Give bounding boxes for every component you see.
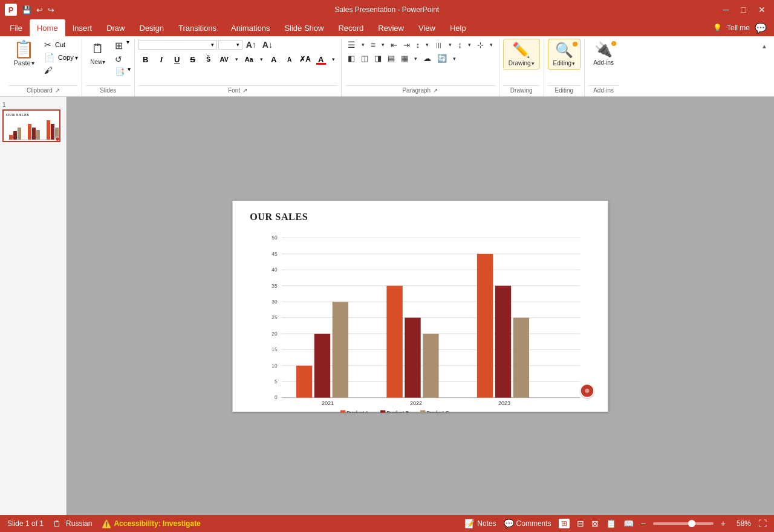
slide-layout-dropdown[interactable]: ▾ [126, 39, 129, 53]
notes-button[interactable]: 📝 Notes [464, 519, 496, 528]
editing-button[interactable]: 🔍 Editing ▾ [548, 39, 581, 70]
text-direction-button[interactable]: ↨ [455, 39, 464, 51]
menu-review[interactable]: Review [371, 19, 411, 36]
font-color-button[interactable]: A [314, 53, 328, 66]
zoom-out-button[interactable]: − [641, 519, 646, 528]
section-dropdown[interactable]: ▾ [128, 66, 131, 77]
view-normal-button[interactable]: ⊞ [559, 519, 570, 528]
columns-dropdown[interactable]: ▾ [446, 41, 454, 49]
comments-button[interactable]: 💬 Comments [504, 519, 551, 528]
format-painter-button[interactable]: 🖌 [42, 64, 55, 76]
bold-button[interactable]: B [138, 53, 153, 66]
char-spacing-button[interactable]: AV [217, 53, 232, 66]
collapse-ribbon-button[interactable]: ▲ [759, 41, 769, 51]
text-shadow-button[interactable]: ☁ [421, 53, 434, 64]
font-name-chevron[interactable]: ▾ [211, 42, 214, 48]
cut-button[interactable]: ✂ [42, 39, 54, 51]
italic-button[interactable]: I [154, 53, 169, 66]
drawing-button[interactable]: ✏️ Drawing ▾ [503, 39, 540, 70]
copy-dropdown-icon[interactable]: ▾ [75, 54, 78, 61]
numbering-dropdown[interactable]: ▾ [379, 41, 387, 49]
new-slide-button[interactable]: 🗒 New ▾ [86, 39, 110, 68]
smartart-button[interactable]: ⊹ [475, 39, 486, 51]
paragraph-expand-icon[interactable]: ↗ [433, 87, 438, 94]
new-slide-dropdown[interactable]: ▾ [102, 59, 105, 65]
font-size-small-button[interactable]: A [282, 53, 297, 66]
copy-button[interactable]: 📄 [42, 51, 57, 63]
menu-design[interactable]: Design [132, 19, 171, 36]
window-minimize[interactable]: ─ [720, 5, 733, 15]
zoom-in-button[interactable]: + [721, 519, 726, 528]
line-spacing-button[interactable]: ↕ [414, 39, 423, 51]
window-maximize[interactable]: □ [738, 5, 750, 15]
underline-button[interactable]: U [170, 53, 184, 66]
change-case-dropdown[interactable]: ▾ [258, 55, 265, 63]
align-dropdown[interactable]: ▾ [412, 54, 420, 63]
tell-me-label[interactable]: Tell me [727, 24, 750, 32]
font-size-chevron[interactable]: ▾ [236, 42, 239, 48]
zoom-slider[interactable] [653, 522, 714, 525]
menu-insert[interactable]: Insert [65, 19, 100, 36]
zoom-level[interactable]: 58% [733, 519, 751, 528]
view-reading-button[interactable]: 📖 [623, 519, 634, 528]
view-sorter-button[interactable]: ⊠ [591, 519, 599, 528]
comment-icon[interactable]: 💬 [755, 22, 767, 34]
char-spacing-dropdown[interactable]: ▾ [233, 55, 241, 63]
reset-slide-button[interactable]: ↺ [112, 53, 125, 65]
font-size-decrease-button[interactable]: A↓ [260, 39, 275, 51]
decrease-indent-button[interactable]: ⇤ [388, 39, 400, 51]
section-button[interactable]: 📑 [112, 66, 127, 77]
font-size-large-button[interactable]: A [267, 53, 281, 66]
accessibility-label[interactable]: Accessibility: Investigate [114, 519, 200, 528]
align-left-button[interactable]: ◧ [345, 53, 357, 64]
convert-smartart-button[interactable]: 🔄 [435, 53, 449, 64]
slide-canvas-area[interactable]: OUR SALES 50 45 40 35 30 [67, 97, 774, 515]
font-size-increase-button[interactable]: A↑ [244, 39, 259, 51]
menu-transitions[interactable]: Transitions [171, 19, 224, 36]
menu-slideshow[interactable]: Slide Show [277, 19, 331, 36]
clear-format-button[interactable]: ✗A [298, 53, 313, 66]
convert-dropdown[interactable]: ▾ [450, 54, 458, 63]
text-direction-dropdown[interactable]: ▾ [466, 41, 473, 49]
menu-home[interactable]: Home [30, 19, 65, 36]
menu-draw[interactable]: Draw [99, 19, 132, 36]
language-indicator[interactable]: Russian [66, 519, 92, 528]
paste-button[interactable]: 📋 Paste ▾ [8, 39, 39, 69]
quick-access-save[interactable]: 💾 [22, 5, 31, 15]
menu-view[interactable]: View [411, 19, 443, 36]
strikethrough-button[interactable]: S [186, 53, 200, 66]
menu-file[interactable]: File [2, 19, 30, 36]
normal-view-button[interactable]: 🗒 [53, 519, 61, 528]
slide-layout-button[interactable]: ⊞ [112, 39, 125, 53]
font-name-dropdown[interactable]: ▾ [138, 40, 217, 50]
shadow-button[interactable]: S̈ [201, 53, 216, 66]
clipboard-expand-icon[interactable]: ↗ [55, 87, 60, 94]
addins-button[interactable]: 🔌 Add-ins [588, 39, 619, 68]
drawing-dropdown-icon[interactable]: ▾ [532, 60, 535, 66]
menu-record[interactable]: Record [331, 19, 371, 36]
align-right-button[interactable]: ◨ [372, 53, 384, 64]
align-center-button[interactable]: ◫ [359, 53, 371, 64]
font-size-dropdown[interactable]: ▾ [218, 40, 242, 50]
bullets-button[interactable]: ☰ [345, 39, 358, 51]
view-notes-button[interactable]: 📋 [606, 519, 616, 528]
font-expand-icon[interactable]: ↗ [242, 87, 247, 94]
menu-animations[interactable]: Animations [224, 19, 277, 36]
slide-thumbnail[interactable]: Our Sales [2, 109, 60, 142]
align-justify-button[interactable]: ▤ [385, 53, 397, 64]
window-close[interactable]: ✕ [755, 5, 769, 15]
bullets-dropdown[interactable]: ▾ [359, 41, 367, 49]
view-outline-button[interactable]: ⊟ [577, 519, 584, 528]
align-dist-button[interactable]: ▦ [398, 53, 411, 64]
numbering-button[interactable]: ≡ [368, 39, 378, 51]
change-case-button[interactable]: Aa [242, 53, 256, 66]
fit-slide-button[interactable]: ⛶ [758, 519, 767, 528]
increase-indent-button[interactable]: ⇥ [401, 39, 412, 51]
menu-help[interactable]: Help [443, 19, 473, 36]
paste-dropdown-icon[interactable]: ▾ [31, 60, 34, 66]
quick-access-undo[interactable]: ↩ [36, 5, 43, 15]
font-color-dropdown[interactable]: ▾ [330, 55, 337, 63]
line-spacing-dropdown[interactable]: ▾ [423, 41, 431, 49]
quick-access-redo[interactable]: ↪ [48, 5, 54, 15]
columns-button[interactable]: ⫼ [432, 39, 445, 51]
